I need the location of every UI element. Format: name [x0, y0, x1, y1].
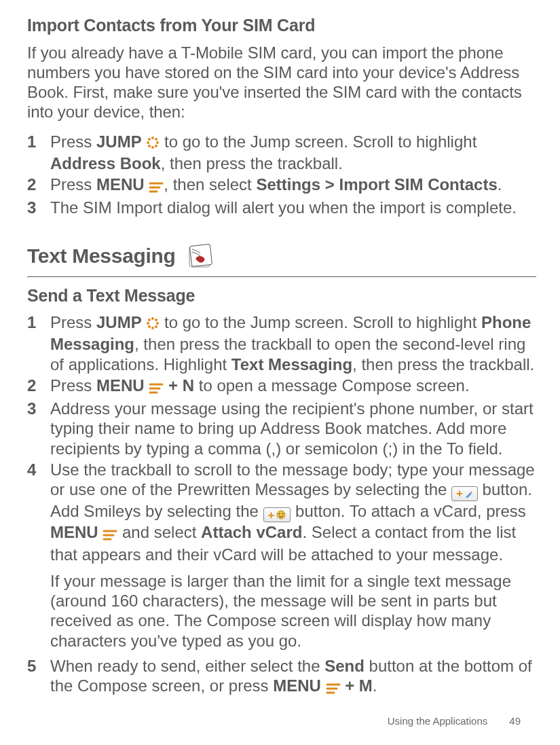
text-messaging-header: Text Messaging: [27, 242, 536, 271]
text: , then press the trackball.: [352, 355, 534, 374]
prewritten-button-icon: +: [451, 486, 478, 501]
svg-point-2: [147, 141, 149, 144]
heading-import-contacts: Import Contacts from Your SIM Card: [27, 15, 536, 36]
settings-path-label: Settings > Import SIM Contacts: [256, 175, 497, 194]
step-number: 2: [27, 376, 50, 395]
jump-label: JUMP: [96, 313, 142, 331]
send-text-steps-list: 1 Press JUMP to go to the Jump screen. S…: [27, 312, 536, 564]
step-text: Address your message using the recipient…: [50, 399, 536, 458]
menu-icon: [326, 678, 341, 697]
text: , then select: [164, 175, 256, 194]
text: to go to the Jump screen. Scroll to high…: [160, 313, 481, 331]
page: Import Contacts from Your SIM Card If yo…: [0, 0, 560, 745]
text-messaging-label: Text Messaging: [231, 355, 352, 374]
svg-point-1: [151, 146, 154, 149]
step-number: 4: [27, 460, 50, 479]
menu-label: MENU: [273, 676, 321, 695]
svg-point-5: [155, 138, 157, 141]
step-number: 2: [27, 175, 50, 194]
svg-point-17: [148, 319, 151, 321]
plus-n-label: + N: [164, 376, 194, 395]
list-item: 3 Address your message using the recipie…: [27, 399, 536, 458]
svg-rect-24: [470, 491, 472, 493]
send-label: Send: [324, 657, 365, 675]
svg-point-16: [156, 322, 159, 325]
step-text: Press JUMP to go to the Jump screen. Scr…: [50, 312, 536, 374]
note-paragraph: If your message is larger than the limit…: [50, 571, 536, 651]
text: button. To attach a vCard, press: [291, 502, 525, 520]
svg-point-25: [277, 511, 285, 519]
text: to go to the Jump screen. Scroll to high…: [160, 132, 477, 151]
svg-point-19: [148, 325, 151, 328]
svg-point-26: [279, 513, 280, 515]
text: .: [498, 175, 502, 194]
text: Press: [50, 313, 96, 331]
footer-section-name: Using the Applications: [388, 715, 488, 727]
step-number: 5: [27, 656, 50, 676]
menu-icon: [149, 177, 164, 196]
svg-point-13: [151, 317, 154, 320]
menu-icon: [102, 524, 117, 544]
list-item: 2 Press MENU + N to open a message Compo…: [27, 376, 536, 397]
menu-label: MENU: [96, 376, 145, 395]
menu-icon: [149, 378, 164, 397]
list-item: 1 Press JUMP to go to the Jump screen. S…: [27, 312, 536, 374]
address-book-label: Address Book: [50, 154, 161, 172]
jump-icon: [146, 314, 160, 334]
text: to open a message Compose screen.: [194, 376, 470, 395]
plus-m-label: + M: [341, 676, 373, 695]
svg-point-14: [151, 327, 154, 329]
text: , then press the trackball.: [161, 154, 343, 172]
jump-icon: [146, 134, 160, 153]
step-text: When ready to send, either select the Se…: [50, 656, 536, 698]
menu-label: MENU: [96, 175, 145, 194]
jump-label: JUMP: [96, 132, 142, 151]
list-item: 3 The SIM Import dialog will alert you w…: [27, 198, 536, 217]
step-number: 1: [27, 132, 50, 151]
import-steps-list: 1 Press JUMP to go to the Jump screen. S…: [27, 132, 536, 218]
list-item: 1 Press JUMP to go to the Jump screen. S…: [27, 132, 536, 174]
svg-point-27: [282, 513, 284, 515]
section-title: Text Messaging: [27, 244, 176, 269]
step-number: 3: [27, 399, 50, 418]
list-item: 2 Press MENU , then select Settings > Im…: [27, 175, 536, 196]
list-item: 4 Use the trackball to scroll to the mes…: [27, 460, 536, 564]
smiley-button-icon: +: [263, 507, 291, 522]
text: Press: [50, 175, 96, 194]
text: and select: [117, 523, 201, 541]
svg-point-15: [147, 322, 149, 325]
svg-point-20: [155, 325, 157, 328]
menu-label: MENU: [50, 523, 98, 541]
attach-vcard-label: Attach vCard: [201, 523, 302, 541]
list-item: 5 When ready to send, either select the …: [27, 656, 536, 698]
heading-send-text: Send a Text Message: [27, 285, 536, 306]
step-number: 1: [27, 312, 50, 332]
svg-point-7: [155, 145, 157, 147]
svg-point-0: [151, 137, 154, 139]
text-messaging-icon: [185, 242, 214, 271]
step-text: Press JUMP to go to the Jump screen. Scr…: [50, 132, 536, 174]
text: Press: [50, 132, 96, 151]
text: Press: [50, 376, 96, 395]
step-text: Use the trackball to scroll to the messa…: [50, 460, 536, 564]
svg-point-6: [148, 145, 151, 147]
page-footer: Using the Applications 49: [388, 715, 521, 727]
step-text: Press MENU , then select Settings > Impo…: [50, 175, 536, 196]
svg-point-18: [155, 319, 157, 321]
step-text: Press MENU + N to open a message Compose…: [50, 376, 536, 397]
text: When ready to send, either select the: [50, 657, 324, 675]
footer-page-number: 49: [509, 715, 521, 727]
text: .: [373, 676, 377, 695]
svg-rect-12: [189, 244, 212, 266]
send-text-steps-list-cont: 5 When ready to send, either select the …: [27, 656, 536, 698]
divider: [27, 276, 536, 277]
svg-point-4: [148, 138, 151, 141]
intro-paragraph: If you already have a T-Mobile SIM card,…: [27, 43, 536, 122]
step-text: The SIM Import dialog will alert you whe…: [50, 198, 536, 217]
step-number: 3: [27, 198, 50, 217]
svg-point-3: [156, 141, 159, 144]
